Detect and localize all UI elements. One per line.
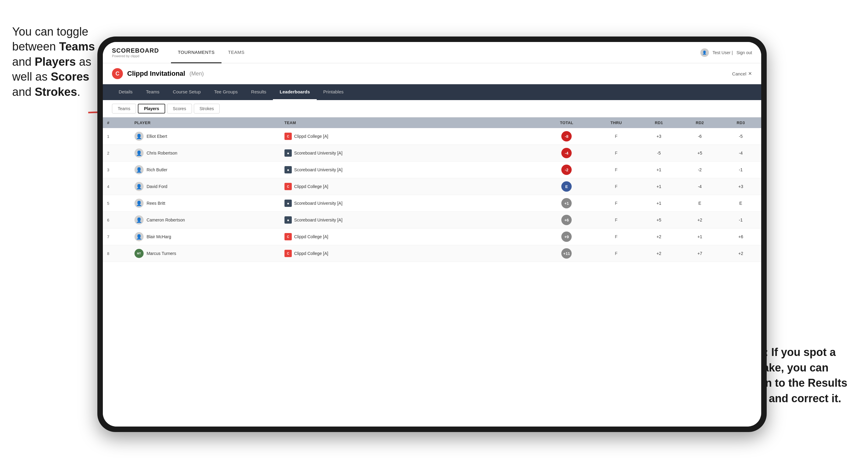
col-total: TOTAL <box>539 118 594 128</box>
tab-teams[interactable]: Teams <box>140 84 166 100</box>
leaderboard-table: # PLAYER TEAM TOTAL THRU RD1 RD2 RD3 1 👤… <box>103 118 761 427</box>
table-row: 5 👤 Rees Britt ■ Scoreboard University [… <box>103 195 761 212</box>
toggle-players[interactable]: Players <box>138 104 165 114</box>
cell-rank: 8 <box>103 245 130 262</box>
col-player: PLAYER <box>130 118 280 128</box>
tab-details[interactable]: Details <box>112 84 140 100</box>
toggle-scores[interactable]: Scores <box>167 104 192 114</box>
user-icon: 👤 <box>700 49 709 57</box>
tablet-frame: SCOREBOARD Powered by clippd TOURNAMENTS… <box>97 36 767 432</box>
sign-out-link[interactable]: Sign out <box>737 50 752 55</box>
cell-team: C Clippd College [A] <box>280 178 539 195</box>
tab-course-setup[interactable]: Course Setup <box>166 84 208 100</box>
toggle-teams[interactable]: Teams <box>112 104 136 114</box>
cell-thru: F <box>594 128 638 145</box>
tab-tee-groups[interactable]: Tee Groups <box>208 84 245 100</box>
nav-right: 👤 Test User | Sign out <box>700 49 752 57</box>
cell-rd2: -6 <box>679 128 720 145</box>
col-rd1: RD1 <box>638 118 679 128</box>
cell-total: -4 <box>539 145 594 161</box>
tournament-gender: (Men) <box>190 70 204 77</box>
close-icon: ✕ <box>748 71 752 76</box>
tab-leaderboards[interactable]: Leaderboards <box>273 84 316 100</box>
cell-player: 👤 Chris Robertson <box>130 145 280 161</box>
col-rank: # <box>103 118 130 128</box>
cell-rd1: +1 <box>638 161 679 178</box>
cell-rd2: -2 <box>679 161 720 178</box>
cell-player: MT Marcus Turners <box>130 245 280 262</box>
tournament-logo: C <box>112 68 123 79</box>
cell-thru: F <box>594 195 638 212</box>
cell-rd1: +5 <box>638 212 679 228</box>
table-row: 4 👤 David Ford C Clippd College [A] E F … <box>103 178 761 195</box>
players-table: # PLAYER TEAM TOTAL THRU RD1 RD2 RD3 1 👤… <box>103 118 761 262</box>
toggle-strokes[interactable]: Strokes <box>194 104 220 114</box>
cell-rank: 1 <box>103 128 130 145</box>
cell-player: 👤 Cameron Robertson <box>130 212 280 228</box>
cell-rd3: -4 <box>720 145 761 161</box>
cell-rd3: E <box>720 195 761 212</box>
cell-rd2: +5 <box>679 145 720 161</box>
col-rd3: RD3 <box>720 118 761 128</box>
cell-total: -8 <box>539 128 594 145</box>
cell-team: C Clippd College [A] <box>280 228 539 245</box>
cell-rd1: +2 <box>638 228 679 245</box>
tournament-header: C Clippd Invitational (Men) Cancel ✕ <box>103 63 761 84</box>
tab-printables[interactable]: Printables <box>317 84 350 100</box>
table-row: 2 👤 Chris Robertson ■ Scoreboard Univers… <box>103 145 761 161</box>
sub-nav: Details Teams Course Setup Tee Groups Re… <box>103 84 761 100</box>
table-row: 1 👤 Elliot Ebert C Clippd College [A] -8… <box>103 128 761 145</box>
table-row: 6 👤 Cameron Robertson ■ Scoreboard Unive… <box>103 212 761 228</box>
cell-player: 👤 Rees Britt <box>130 195 280 212</box>
cell-team: ■ Scoreboard University [A] <box>280 145 539 161</box>
cell-total: +9 <box>539 228 594 245</box>
logo-sub: Powered by clippd <box>112 54 159 58</box>
cell-team: C Clippd College [A] <box>280 245 539 262</box>
cell-thru: F <box>594 145 638 161</box>
cell-thru: F <box>594 212 638 228</box>
tab-results[interactable]: Results <box>244 84 273 100</box>
cell-rd3: +2 <box>720 245 761 262</box>
cell-rd2: -4 <box>679 178 720 195</box>
nav-items: TOURNAMENTS TEAMS <box>171 42 700 63</box>
cell-rank: 2 <box>103 145 130 161</box>
tablet-screen: SCOREBOARD Powered by clippd TOURNAMENTS… <box>103 42 761 427</box>
table-row: 7 👤 Blair McHarg C Clippd College [A] +9… <box>103 228 761 245</box>
col-team: TEAM <box>280 118 539 128</box>
cell-rd1: -5 <box>638 145 679 161</box>
cell-rd3: -1 <box>720 161 761 178</box>
table-header-row: # PLAYER TEAM TOTAL THRU RD1 RD2 RD3 <box>103 118 761 128</box>
tournament-title: C Clippd Invitational (Men) <box>112 68 204 79</box>
cell-rd2: +1 <box>679 228 720 245</box>
table-row: 3 👤 Rich Butler ■ Scoreboard University … <box>103 161 761 178</box>
cell-player: 👤 Rich Butler <box>130 161 280 178</box>
cancel-button[interactable]: Cancel ✕ <box>732 71 752 76</box>
col-thru: THRU <box>594 118 638 128</box>
cell-rd2: E <box>679 195 720 212</box>
cell-total: E <box>539 178 594 195</box>
cell-rd1: +2 <box>638 245 679 262</box>
table-row: 8 MT Marcus Turners C Clippd College [A]… <box>103 245 761 262</box>
cell-rd3: -1 <box>720 212 761 228</box>
cell-rd1: +1 <box>638 178 679 195</box>
cell-total: +1 <box>539 195 594 212</box>
cell-total: -2 <box>539 161 594 178</box>
cell-rd2: +7 <box>679 245 720 262</box>
cell-rank: 6 <box>103 212 130 228</box>
cell-rd3: +6 <box>720 228 761 245</box>
toggle-area: Teams Players Scores Strokes <box>103 100 761 118</box>
cell-team: ■ Scoreboard University [A] <box>280 161 539 178</box>
cell-thru: F <box>594 245 638 262</box>
nav-tournaments[interactable]: TOURNAMENTS <box>171 42 221 63</box>
nav-teams[interactable]: TEAMS <box>221 42 251 63</box>
cell-player: 👤 Elliot Ebert <box>130 128 280 145</box>
cell-rank: 5 <box>103 195 130 212</box>
tournament-name: Clippd Invitational <box>127 70 185 77</box>
cell-player: 👤 David Ford <box>130 178 280 195</box>
cell-rank: 4 <box>103 178 130 195</box>
cell-team: ■ Scoreboard University [A] <box>280 212 539 228</box>
cell-rank: 3 <box>103 161 130 178</box>
cell-thru: F <box>594 178 638 195</box>
user-name: Test User | <box>713 50 733 55</box>
cell-team: C Clippd College [A] <box>280 128 539 145</box>
